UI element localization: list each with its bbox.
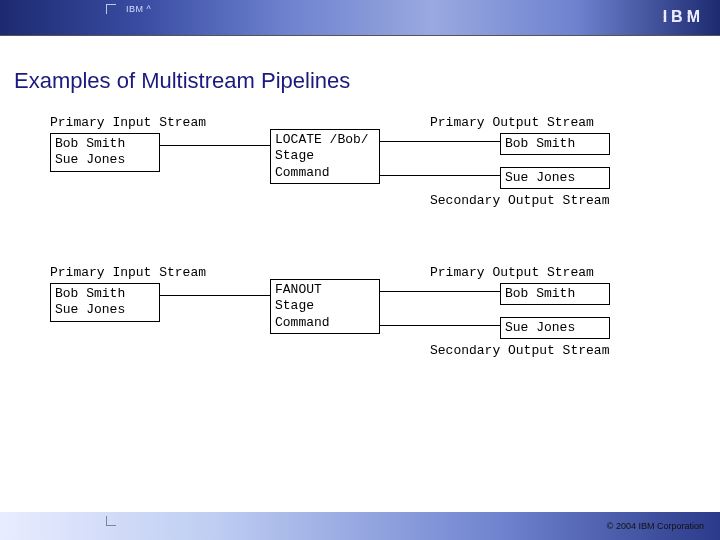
- d2-primary-input-label: Primary Input Stream: [50, 265, 206, 280]
- connector: [160, 295, 270, 296]
- slide-header: IBM ^ IBM: [0, 0, 720, 36]
- header-brand-label: IBM ^: [126, 4, 151, 14]
- d2-secondary-output-label: Secondary Output Stream: [430, 343, 609, 358]
- d1-primary-output-label: Primary Output Stream: [430, 115, 594, 130]
- d1-primary-input-label: Primary Input Stream: [50, 115, 206, 130]
- ibm-logo: IBM: [663, 8, 704, 26]
- d2-secondary-output-box: Sue Jones: [500, 317, 610, 339]
- connector: [380, 175, 500, 176]
- connector: [380, 141, 500, 142]
- corner-mark-icon: [106, 4, 116, 14]
- d1-input-row: Sue Jones: [55, 152, 155, 168]
- corner-mark-icon: [106, 516, 116, 526]
- diagram-area: Primary Input Stream Bob Smith Sue Jones…: [50, 115, 670, 495]
- d1-primary-output-row: Bob Smith: [505, 136, 605, 152]
- d1-stage-box: LOCATE /Bob/ Stage Command: [270, 129, 380, 184]
- d2-input-row: Sue Jones: [55, 302, 155, 318]
- d2-stage-box: FANOUT Stage Command: [270, 279, 380, 334]
- d1-secondary-output-label: Secondary Output Stream: [430, 193, 609, 208]
- footer-copyright: © 2004 IBM Corporation: [607, 521, 704, 531]
- connector: [380, 325, 500, 326]
- d2-secondary-output-row: Sue Jones: [505, 320, 605, 336]
- d1-secondary-output-box: Sue Jones: [500, 167, 610, 189]
- d2-stage-line: Stage: [275, 298, 375, 314]
- d1-stage-line: Stage: [275, 148, 375, 164]
- d2-primary-output-row: Bob Smith: [505, 286, 605, 302]
- d2-input-box: Bob Smith Sue Jones: [50, 283, 160, 322]
- d2-stage-line: Command: [275, 315, 375, 331]
- d1-stage-line: LOCATE /Bob/: [275, 132, 375, 148]
- d1-input-row: Bob Smith: [55, 136, 155, 152]
- d1-secondary-output-row: Sue Jones: [505, 170, 605, 186]
- d1-primary-output-box: Bob Smith: [500, 133, 610, 155]
- d1-stage-line: Command: [275, 165, 375, 181]
- connector: [160, 145, 270, 146]
- slide-title: Examples of Multistream Pipelines: [14, 68, 350, 94]
- d2-stage-line: FANOUT: [275, 282, 375, 298]
- d2-primary-output-label: Primary Output Stream: [430, 265, 594, 280]
- d1-input-box: Bob Smith Sue Jones: [50, 133, 160, 172]
- d2-primary-output-box: Bob Smith: [500, 283, 610, 305]
- d2-input-row: Bob Smith: [55, 286, 155, 302]
- connector: [380, 291, 500, 292]
- slide-footer: © 2004 IBM Corporation: [0, 512, 720, 540]
